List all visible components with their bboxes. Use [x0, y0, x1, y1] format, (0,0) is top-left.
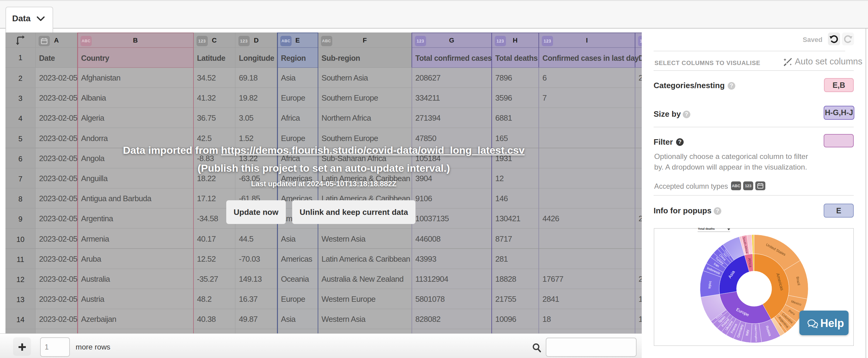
- svg-text:India: India: [708, 281, 712, 289]
